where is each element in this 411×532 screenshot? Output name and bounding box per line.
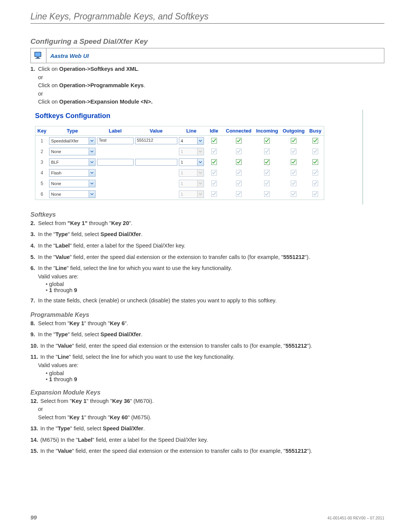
checkbox[interactable] (312, 170, 318, 176)
checkbox[interactable] (264, 159, 270, 165)
step-1: 1.Click on Operation->Softkeys and XML. … (30, 66, 384, 106)
step-14: 14.(M675i) In the "Label" field, enter a… (30, 436, 384, 444)
text-input[interactable] (97, 159, 134, 166)
rule (30, 23, 384, 24)
text-input[interactable]: 5551212 (135, 137, 177, 144)
callout-bar: Aastra Web UI (30, 48, 384, 63)
col-incoming: Incoming (254, 126, 280, 135)
chapter-title: Line Keys, Programmable Keys, and Softke… (30, 11, 384, 22)
chevron-down-icon (197, 169, 204, 176)
step-12: 12.Select from "Key 1" through "Key 36" … (30, 398, 384, 405)
dropdown[interactable]: None (49, 148, 95, 155)
col-value: Value (134, 126, 178, 135)
checkbox[interactable] (211, 149, 217, 154)
chevron-down-icon (89, 169, 95, 176)
dropdown[interactable]: Speeddial/Xfer (49, 137, 95, 145)
dropdown[interactable]: None (49, 180, 95, 187)
step-3: 3.In the "Type" field, select Speed Dial… (30, 231, 384, 238)
checkbox[interactable] (264, 138, 270, 144)
col-busy: Busy (307, 126, 324, 135)
step-15: 15.In the "Value" field, enter the speed… (30, 447, 384, 455)
checkbox[interactable] (236, 170, 242, 176)
table-row: 3BLF1 (35, 157, 324, 168)
checkbox[interactable] (236, 181, 242, 186)
step-9: 9.In the "Type" field, select Speed Dial… (30, 331, 384, 339)
chevron-down-icon (197, 180, 204, 187)
checkbox[interactable] (312, 191, 318, 197)
col-idle: Idle (205, 126, 224, 135)
dropdown[interactable]: 1 (179, 169, 204, 177)
svg-rect-3 (35, 58, 40, 59)
checkbox[interactable] (264, 170, 270, 176)
table-row: 1Speeddial/XferTest55512124 (35, 135, 324, 146)
text-input[interactable] (135, 159, 177, 166)
checkbox[interactable] (264, 149, 270, 154)
checkbox[interactable] (291, 149, 296, 154)
progkeys-heading: Programmable Keys (30, 312, 384, 318)
step-7: 7.In the state fields, check (enable) or… (30, 297, 384, 305)
checkbox[interactable] (291, 138, 296, 144)
softkeys-config-panel: Softkeys Configuration Key Type Label Va… (32, 110, 363, 204)
step-8: 8.Select from "Key 1" through "Key 6". (30, 320, 384, 328)
checkbox[interactable] (236, 138, 242, 144)
chevron-down-icon (197, 191, 204, 198)
checkbox[interactable] (264, 191, 270, 197)
col-key: Key (35, 126, 49, 135)
text-input[interactable]: Test (97, 137, 134, 144)
dropdown[interactable]: None (49, 190, 95, 198)
checkbox[interactable] (264, 181, 270, 186)
chevron-down-icon (197, 148, 204, 155)
doc-id: 41-001451-00 REV00 – 07.2011 (327, 516, 384, 520)
dropdown[interactable]: BLF (49, 158, 95, 166)
checkbox[interactable] (236, 191, 242, 197)
dropdown[interactable]: Flash (49, 169, 95, 177)
col-label: Label (96, 126, 134, 135)
step-5: 5.In the "Value" field, enter the speed … (30, 254, 384, 261)
section-title: Configuring a Speed Dial/Xfer Key (30, 37, 384, 46)
page-number: 99 (30, 514, 37, 521)
svg-rect-1 (35, 53, 41, 56)
footer: 99 41-001451-00 REV00 – 07.2011 (30, 514, 384, 521)
checkbox[interactable] (291, 181, 296, 186)
step-11: 11.In the "Line" field, select the line … (30, 353, 384, 361)
checkbox[interactable] (211, 181, 217, 186)
chevron-down-icon (89, 191, 95, 198)
checkbox[interactable] (211, 170, 217, 176)
col-outgoing: Outgoing (280, 126, 307, 135)
table-row: 5None1 (35, 178, 324, 189)
checkbox[interactable] (211, 138, 217, 144)
softkeys-heading: Softkeys (30, 211, 384, 218)
checkbox[interactable] (312, 181, 318, 186)
dropdown[interactable]: 1 (179, 190, 204, 198)
chevron-down-icon (89, 159, 95, 166)
checkbox[interactable] (291, 170, 296, 176)
table-row: 4Flash1 (35, 168, 324, 178)
chevron-down-icon (197, 137, 204, 144)
dropdown[interactable]: 4 (179, 137, 204, 145)
callout-label: Aastra Web UI (46, 53, 89, 59)
col-connected: Connected (223, 126, 254, 135)
dropdown[interactable]: 1 (179, 158, 204, 166)
checkbox[interactable] (291, 191, 296, 197)
checkbox[interactable] (211, 191, 217, 197)
checkbox[interactable] (312, 138, 318, 144)
checkbox[interactable] (312, 159, 318, 165)
col-line: Line (178, 126, 205, 135)
checkbox[interactable] (236, 149, 242, 154)
chevron-down-icon (89, 180, 95, 187)
checkbox[interactable] (291, 159, 296, 165)
step-2: 2.Select from "Key 1" through "Key 20". (30, 220, 384, 227)
checkbox[interactable] (236, 159, 242, 165)
step-4: 4.In the "Label" field, enter a label fo… (30, 242, 384, 250)
checkbox[interactable] (211, 159, 217, 165)
dropdown[interactable]: 1 (179, 180, 204, 187)
step-6: 6.In the "Line" field, select the line f… (30, 265, 384, 272)
expmod-heading: Expansion Module Keys (30, 389, 384, 396)
monitor-icon (31, 48, 46, 63)
checkbox[interactable] (312, 149, 318, 154)
table-row: 6None1 (35, 189, 324, 200)
dropdown[interactable]: 1 (179, 148, 204, 155)
chevron-down-icon (89, 148, 95, 155)
panel-title: Softkeys Configuration (35, 112, 339, 120)
chevron-down-icon (197, 159, 204, 166)
